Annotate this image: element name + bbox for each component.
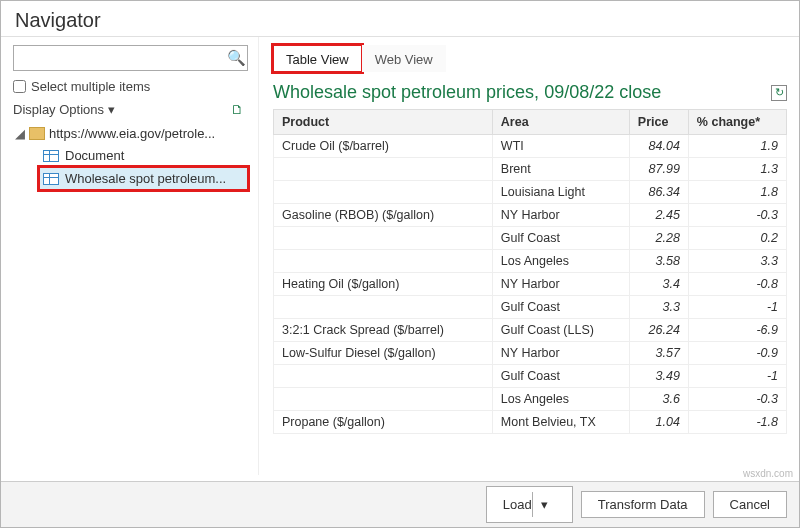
table-row[interactable]: Gulf Coast3.3-1 <box>274 296 787 319</box>
table-cell: NY Harbor <box>492 342 629 365</box>
table-cell: 3.3 <box>629 296 688 319</box>
table-row[interactable]: Crude Oil ($/barrel)WTI84.041.9 <box>274 135 787 158</box>
folder-icon <box>29 127 45 140</box>
tree-item-label: Wholesale spot petroleum... <box>65 171 226 186</box>
table-row[interactable]: Los Angeles3.583.3 <box>274 250 787 273</box>
tree-root-label: https://www.eia.gov/petrole... <box>49 126 215 141</box>
table-body: Crude Oil ($/barrel)WTI84.041.9Brent87.9… <box>274 135 787 434</box>
table-row[interactable]: Brent87.991.3 <box>274 158 787 181</box>
table-cell: 3.58 <box>629 250 688 273</box>
cancel-button[interactable]: Cancel <box>713 491 787 518</box>
refresh-tree-icon[interactable]: 🗋 <box>231 102 244 117</box>
table-cell: 3.49 <box>629 365 688 388</box>
chevron-down-icon: ▾ <box>108 102 115 117</box>
table-cell: 3.6 <box>629 388 688 411</box>
table-cell: WTI <box>492 135 629 158</box>
table-cell: 1.8 <box>688 181 786 204</box>
collapse-icon[interactable]: ◢ <box>15 126 25 141</box>
load-dropdown-icon[interactable]: ▾ <box>532 492 556 517</box>
table-cell: Crude Oil ($/barrel) <box>274 135 493 158</box>
table-cell: Los Angeles <box>492 250 629 273</box>
table-cell: 86.34 <box>629 181 688 204</box>
table-cell: Gulf Coast <box>492 365 629 388</box>
table-row[interactable]: Propane ($/gallon)Mont Belvieu, TX1.04-1… <box>274 411 787 434</box>
table-cell: Gulf Coast <box>492 227 629 250</box>
nav-tree: ◢ https://www.eia.gov/petrole... Documen… <box>13 123 248 190</box>
table-cell <box>274 388 493 411</box>
tab-web-view[interactable]: Web View <box>362 45 446 72</box>
table-cell: -6.9 <box>688 319 786 342</box>
table-cell: Mont Belvieu, TX <box>492 411 629 434</box>
table-cell: 1.04 <box>629 411 688 434</box>
footer: Load ▾ Transform Data Cancel <box>1 481 799 527</box>
table-cell: 26.24 <box>629 319 688 342</box>
col-area[interactable]: Area <box>492 110 629 135</box>
table-row[interactable]: Louisiana Light86.341.8 <box>274 181 787 204</box>
tree-children: Document Wholesale spot petroleum... <box>13 144 248 190</box>
table-cell: -1 <box>688 365 786 388</box>
watermark: wsxdn.com <box>743 468 793 479</box>
display-options-row[interactable]: Display Options ▾ 🗋 <box>13 102 248 117</box>
table-cell <box>274 296 493 319</box>
table-cell: -1 <box>688 296 786 319</box>
table-cell: Gulf Coast <box>492 296 629 319</box>
table-cell: NY Harbor <box>492 204 629 227</box>
table-cell: Low-Sulfur Diesel ($/gallon) <box>274 342 493 365</box>
transform-data-button[interactable]: Transform Data <box>581 491 705 518</box>
table-cell <box>274 158 493 181</box>
table-cell: Los Angeles <box>492 388 629 411</box>
navigator-window: Navigator 🔍 Select multiple items Displa… <box>0 0 800 528</box>
table-row[interactable]: Heating Oil ($/gallon)NY Harbor3.4-0.8 <box>274 273 787 296</box>
table-cell: 84.04 <box>629 135 688 158</box>
window-title: Navigator <box>1 1 799 37</box>
select-multiple-checkbox[interactable] <box>13 80 26 93</box>
table-row[interactable]: Los Angeles3.6-0.3 <box>274 388 787 411</box>
select-multiple-label: Select multiple items <box>31 79 150 94</box>
table-cell: Propane ($/gallon) <box>274 411 493 434</box>
select-multiple-row[interactable]: Select multiple items <box>13 79 248 94</box>
table-header-row: Product Area Price % change* <box>274 110 787 135</box>
tree-root[interactable]: ◢ https://www.eia.gov/petrole... <box>13 123 248 144</box>
search-box[interactable]: 🔍 <box>13 45 248 71</box>
table-cell <box>274 250 493 273</box>
table-cell: Brent <box>492 158 629 181</box>
table-row[interactable]: Low-Sulfur Diesel ($/gallon)NY Harbor3.5… <box>274 342 787 365</box>
left-pane: 🔍 Select multiple items Display Options … <box>1 37 259 475</box>
table-icon <box>43 173 59 185</box>
col-price[interactable]: Price <box>629 110 688 135</box>
tab-table-view[interactable]: Table View <box>273 45 362 72</box>
table-cell: -0.9 <box>688 342 786 365</box>
load-button[interactable]: Load ▾ <box>486 486 573 523</box>
preview-title-text: Wholesale spot petroleum prices, 09/08/2… <box>273 82 661 103</box>
table-cell <box>274 181 493 204</box>
table-cell: 3.4 <box>629 273 688 296</box>
table-cell: -0.3 <box>688 388 786 411</box>
table-row[interactable]: 3:2:1 Crack Spread ($/barrel)Gulf Coast … <box>274 319 787 342</box>
view-tabs: Table View Web View <box>273 45 787 72</box>
refresh-preview-icon[interactable]: ↻ <box>771 85 787 101</box>
tree-item-wholesale[interactable]: Wholesale spot petroleum... <box>39 167 248 190</box>
right-pane: Table View Web View Wholesale spot petro… <box>259 37 799 475</box>
table-cell: 3.3 <box>688 250 786 273</box>
table-cell: 1.9 <box>688 135 786 158</box>
preview-header: Wholesale spot petroleum prices, 09/08/2… <box>273 72 787 109</box>
table-row[interactable]: Gulf Coast2.280.2 <box>274 227 787 250</box>
search-icon[interactable]: 🔍 <box>225 49 247 67</box>
tree-item-document[interactable]: Document <box>39 144 248 167</box>
load-button-label: Load <box>503 497 532 512</box>
table-cell: 3:2:1 Crack Spread ($/barrel) <box>274 319 493 342</box>
body: 🔍 Select multiple items Display Options … <box>1 37 799 475</box>
table-cell: 3.57 <box>629 342 688 365</box>
table-row[interactable]: Gasoline (RBOB) ($/gallon)NY Harbor2.45-… <box>274 204 787 227</box>
table-cell <box>274 365 493 388</box>
search-input[interactable] <box>14 51 225 66</box>
table-cell: Louisiana Light <box>492 181 629 204</box>
table-icon <box>43 150 59 162</box>
col-change[interactable]: % change* <box>688 110 786 135</box>
table-cell: -0.3 <box>688 204 786 227</box>
table-cell: 2.28 <box>629 227 688 250</box>
table-cell <box>274 227 493 250</box>
table-cell: NY Harbor <box>492 273 629 296</box>
table-row[interactable]: Gulf Coast3.49-1 <box>274 365 787 388</box>
col-product[interactable]: Product <box>274 110 493 135</box>
